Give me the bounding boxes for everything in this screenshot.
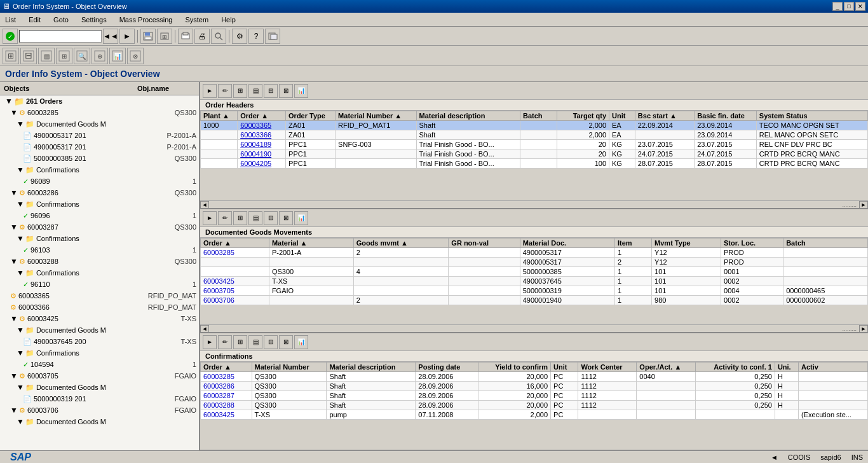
table-row[interactable]: 4900005317 2 Y12 PROD	[201, 258, 868, 267]
col-ordertype[interactable]: Order Type	[286, 111, 336, 121]
next-cmd-button[interactable]: ►	[119, 29, 135, 44]
sec1-nav-btn[interactable]: ►	[203, 84, 217, 98]
col2-batch[interactable]: Batch	[783, 238, 868, 248]
tree-row-60003288[interactable]: ▼ ⚙ 60003288 QS300	[0, 256, 199, 267]
sec1-scroll-left[interactable]: ◄	[200, 201, 209, 209]
table-row[interactable]: 60003285 P-2001-A 2 4900005317 1 Y12 PRO…	[201, 248, 868, 258]
col2-stor[interactable]: Stor. Loc.	[721, 238, 783, 248]
menu-system[interactable]: System	[182, 15, 211, 25]
table-row[interactable]: 60004190 PPC1 Trial Finish Good - BO... …	[201, 149, 868, 159]
col-bscstart[interactable]: Bsc start ▲	[635, 111, 694, 121]
table-row[interactable]: 60003285 QS300 Shaft 28.09.2006 20,000 P…	[201, 372, 868, 382]
tree-row-4900037645[interactable]: 📄 4900037645 200 T-XS	[0, 336, 199, 347]
sec2-print-btn[interactable]: ⊟	[264, 211, 278, 225]
table-row[interactable]: 60003706 2 4900001940 1 980 0002 0000000…	[201, 296, 868, 305]
command-input[interactable]	[19, 30, 102, 43]
menu-settings[interactable]: Settings	[79, 15, 109, 25]
tree-btn-7[interactable]: 📊	[109, 48, 126, 64]
sec1-export-btn[interactable]: ⊠	[279, 84, 293, 98]
menu-mass-processing[interactable]: Mass Processing	[117, 15, 175, 25]
table-row[interactable]: 60003425 T-XS pump 07.11.2008 2,000 PC (…	[201, 410, 868, 420]
table-row[interactable]: 60004189 PPC1 SNFG-003 Trial Finish Good…	[201, 140, 868, 149]
table-row[interactable]: 60004205 PPC1 Trial Finish Good - BO... …	[201, 159, 868, 169]
sec1-filter-btn[interactable]: ⊞	[233, 84, 247, 98]
sec2-hscroll[interactable]: ◄ ......... ►	[200, 324, 868, 332]
sec2-scroll-right[interactable]: ►	[859, 325, 868, 333]
nav-prev-btn[interactable]: ◄	[771, 453, 778, 461]
maximize-button[interactable]: □	[844, 2, 854, 11]
sec1-print-btn[interactable]: ⊟	[264, 84, 278, 98]
sec3-chart-btn[interactable]: 📊	[294, 335, 308, 349]
help-button[interactable]: ?	[248, 29, 264, 44]
tree-row-doc1[interactable]: ▼ 📁 Documented Goods M	[0, 118, 199, 130]
tree-row-96089[interactable]: ✓ 96089 1	[0, 176, 199, 187]
tree-row-5000000319[interactable]: 📄 5000000319 201 FGAIO	[0, 393, 199, 404]
col2-matdoc[interactable]: Material Doc.	[520, 238, 614, 248]
tree-row-60003365[interactable]: ⚙ 60003365 RFID_PO_MAT	[0, 290, 199, 301]
table-row[interactable]: QS300 4 5000000385 1 101 0001	[201, 267, 868, 277]
sec2-filter-btn[interactable]: ⊞	[233, 211, 247, 225]
table-row[interactable]: 60003288 QS300 Shaft 28.09.2006 20,000 P…	[201, 401, 868, 410]
sec1-chart-btn[interactable]: 📊	[294, 84, 308, 98]
tree-row-60003425[interactable]: ▼ ⚙ 60003425 T-XS	[0, 313, 199, 324]
sec2-export-btn[interactable]: ⊠	[279, 211, 293, 225]
menu-list[interactable]: List	[3, 15, 18, 25]
tree-row-96110[interactable]: ✓ 96110 1	[0, 279, 199, 290]
table-row[interactable]: 60003366 ZA01 Shaft 2,000 EA 23.09.2014 …	[201, 130, 868, 140]
sec2-edit-btn[interactable]: ✏	[218, 211, 232, 225]
col3-date[interactable]: Posting date	[416, 363, 478, 372]
sec2-nav-btn[interactable]: ►	[203, 211, 217, 225]
tree-row-doc3[interactable]: ▼ 📁 Documented Goods M	[0, 382, 199, 393]
col-batch[interactable]: Batch	[520, 111, 557, 121]
print-prev-button[interactable]	[178, 29, 193, 44]
sec1-scroll-right[interactable]: ►	[859, 201, 868, 209]
sec1-edit-btn[interactable]: ✏	[218, 84, 232, 98]
col3-act1[interactable]: Activity to conf. 1	[696, 363, 775, 372]
sec3-print-btn[interactable]: ⊟	[264, 335, 278, 349]
menu-goto[interactable]: Goto	[51, 15, 71, 25]
col-bscfin[interactable]: Basic fin. date	[695, 111, 757, 121]
find-button[interactable]	[211, 29, 226, 44]
tree-expand-all[interactable]: ⊞	[3, 48, 19, 64]
tree-btn-8[interactable]: ⊗	[127, 48, 144, 64]
col-desc[interactable]: Material description	[416, 111, 520, 121]
col-plant[interactable]: Plant ▲	[201, 111, 238, 121]
menu-help[interactable]: Help	[219, 15, 238, 25]
back-button[interactable]: ✓	[3, 29, 18, 44]
settings-button[interactable]: ⚙	[232, 29, 247, 44]
col2-goods[interactable]: Goods mvmt ▲	[353, 238, 449, 248]
sec1-grid-btn[interactable]: ▤	[248, 84, 262, 98]
section1-table-container[interactable]: Plant ▲ Order ▲ Order Type Material Numb…	[200, 111, 868, 200]
tree-row-60003366[interactable]: ⚙ 60003366 RFID_PO_MAT	[0, 301, 199, 313]
sec3-edit-btn[interactable]: ✏	[218, 335, 232, 349]
tree-row-conf1[interactable]: ▼ 📁 Confirmations	[0, 164, 199, 176]
tree-row-5000000385[interactable]: 📄 5000000385 201 QS300	[0, 153, 199, 164]
section3-table-container[interactable]: Order ▲ Material Number Material descrip…	[200, 362, 868, 450]
col3-uni[interactable]: Uni.	[775, 363, 798, 372]
col3-unit[interactable]: Unit	[551, 363, 578, 372]
col2-gr[interactable]: GR non-val	[449, 238, 520, 248]
sec2-scroll-left[interactable]: ◄	[200, 325, 209, 333]
tree-row-root[interactable]: ▼ 📁 261 Orders	[0, 95, 199, 107]
col3-order[interactable]: Order ▲	[201, 363, 252, 372]
prev-cmd-button[interactable]: ◄◄	[103, 29, 118, 44]
tree-row-60003285[interactable]: ▼ ⚙ 60003285 QS300	[0, 107, 199, 118]
minimize-button[interactable]: _	[832, 2, 843, 11]
tree-collapse-all[interactable]: ⊟	[20, 48, 37, 64]
tree-row-60003705[interactable]: ▼ ⚙ 60003705 FGAIO	[0, 370, 199, 382]
tree-row-conf5[interactable]: ▼ 📁 Confirmations	[0, 347, 199, 359]
col-status[interactable]: System Status	[756, 111, 867, 121]
table-row[interactable]: 1000 60003365 ZA01 RFID_PO_MAT1 Shaft 2,…	[201, 121, 868, 130]
col3-matnr[interactable]: Material Number	[252, 363, 327, 372]
tree-row-doc2[interactable]: ▼ 📁 Documented Goods M	[0, 324, 199, 336]
col2-material[interactable]: Material ▲	[269, 238, 353, 248]
sec2-chart-btn[interactable]: 📊	[294, 211, 308, 225]
col-order[interactable]: Order ▲	[238, 111, 286, 121]
sec2-grid-btn[interactable]: ▤	[248, 211, 262, 225]
col3-oper[interactable]: Oper./Act. ▲	[637, 363, 696, 372]
menu-edit[interactable]: Edit	[26, 15, 43, 25]
tree-row-96103[interactable]: ✓ 96103 1	[0, 244, 199, 256]
col3-wc[interactable]: Work Center	[578, 363, 637, 372]
tree-btn-5[interactable]: 🔍	[74, 48, 90, 64]
tree-btn-3[interactable]: ▤	[38, 48, 55, 64]
